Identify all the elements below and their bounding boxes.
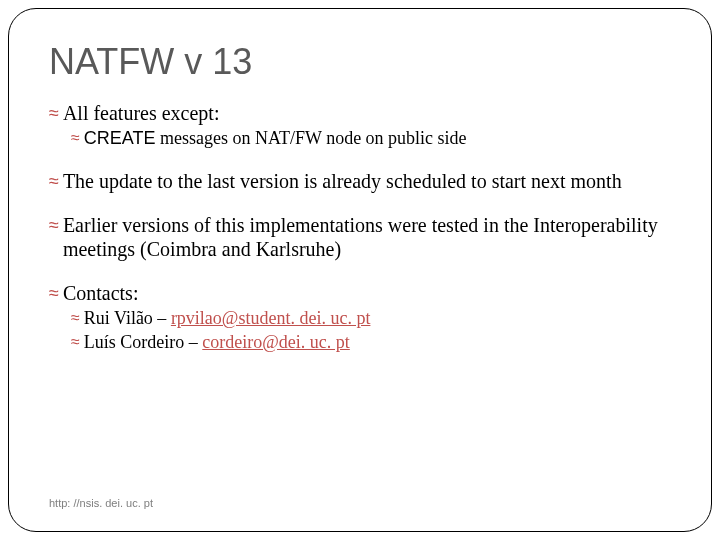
bullet-text: Rui Vilão – rpvilao@student. dei. uc. pt [84,307,371,329]
slide-title: NATFW v 13 [49,41,671,83]
contact-name: Rui Vilão – [84,308,171,328]
bullet-text: Luís Cordeiro – cordeiro@dei. uc. pt [84,331,350,353]
sub-bullet-item: ≈ CREATE messages on NAT/FW node on publ… [71,127,671,149]
text-rest: messages on NAT/FW node on public side [155,128,466,148]
bullet-text: Contacts: [63,281,139,305]
bullet-icon: ≈ [49,169,59,193]
footer-url: http: //nsis. dei. uc. pt [49,497,153,509]
bullet-text: CREATE messages on NAT/FW node on public… [84,127,467,149]
bullet-item: ≈ The update to the last version is alre… [49,169,671,193]
contact-name: Luís Cordeiro – [84,332,203,352]
sub-bullet-item: ≈ Luís Cordeiro – cordeiro@dei. uc. pt [71,331,671,353]
bullet-item: ≈ All features except: [49,101,671,125]
bullet-text: All features except: [63,101,220,125]
email-link[interactable]: rpvilao@student. dei. uc. pt [171,308,371,328]
bullet-icon: ≈ [71,127,80,149]
slide-frame: NATFW v 13 ≈ All features except: ≈ CREA… [8,8,712,532]
bullet-item: ≈ Earlier versions of this implementatio… [49,213,671,261]
bullet-icon: ≈ [71,331,80,353]
bullet-icon: ≈ [49,101,59,125]
caps-word: CREATE [84,128,156,148]
bullet-text: The update to the last version is alread… [63,169,622,193]
bullet-icon: ≈ [49,281,59,305]
bullet-icon: ≈ [49,213,59,237]
sub-bullet-item: ≈ Rui Vilão – rpvilao@student. dei. uc. … [71,307,671,329]
email-link[interactable]: cordeiro@dei. uc. pt [202,332,350,352]
bullet-text: Earlier versions of this implementations… [63,213,671,261]
bullet-icon: ≈ [71,307,80,329]
bullet-item: ≈ Contacts: [49,281,671,305]
